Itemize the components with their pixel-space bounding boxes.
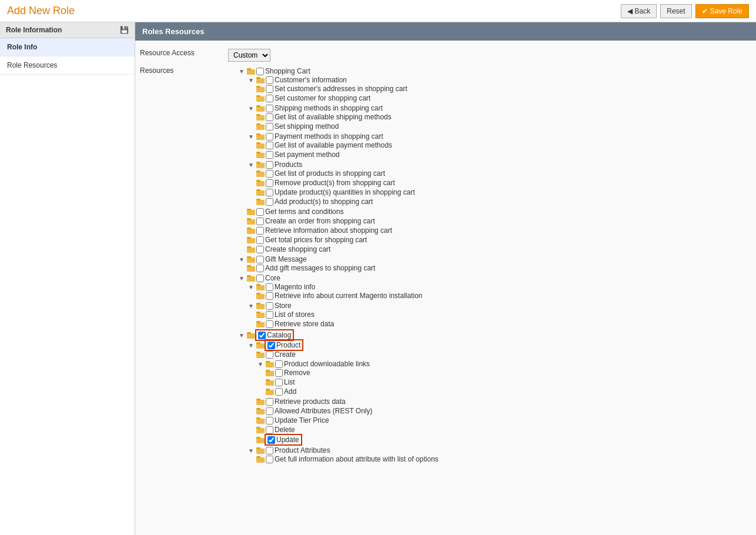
check-update[interactable] bbox=[267, 436, 275, 444]
svg-rect-48 bbox=[256, 294, 265, 299]
check-get-full-info[interactable] bbox=[266, 456, 273, 463]
check-get-products-list[interactable] bbox=[266, 170, 273, 178]
svg-rect-75 bbox=[256, 417, 260, 419]
svg-rect-0 bbox=[247, 69, 255, 75]
sidebar-title: Role Information 💾 bbox=[0, 22, 135, 38]
check-product-downloadable[interactable] bbox=[275, 360, 283, 368]
check-store[interactable] bbox=[266, 302, 273, 310]
check-retrieve-store[interactable] bbox=[266, 320, 273, 328]
check-list-stores[interactable] bbox=[266, 311, 273, 319]
check-products[interactable] bbox=[266, 161, 273, 169]
check-set-addresses[interactable] bbox=[266, 85, 273, 93]
svg-rect-14 bbox=[256, 135, 265, 140]
check-update-quantities[interactable] bbox=[266, 189, 273, 196]
check-set-customer[interactable] bbox=[266, 95, 273, 102]
check-set-shipping[interactable] bbox=[266, 123, 273, 131]
save-button[interactable]: ✔ Save Role bbox=[695, 4, 749, 18]
toggle-product-attributes[interactable]: ▼ bbox=[247, 446, 255, 454]
toggle-store[interactable]: ▼ bbox=[247, 302, 255, 310]
main-content: Roles Resources Resource Access All Cust… bbox=[135, 22, 756, 535]
tree-node-payment-methods: ▼ Payment methods in shopping cart bbox=[247, 132, 751, 160]
svg-rect-18 bbox=[256, 153, 265, 158]
check-gift-message[interactable] bbox=[256, 256, 264, 263]
check-add-gift[interactable] bbox=[256, 265, 264, 272]
check-create-cart[interactable] bbox=[256, 246, 264, 253]
toggle-products[interactable]: ▼ bbox=[247, 160, 255, 169]
toggle-shipping-methods[interactable]: ▼ bbox=[247, 104, 255, 112]
check-payment-methods[interactable] bbox=[266, 133, 273, 141]
svg-rect-43 bbox=[247, 265, 251, 267]
svg-rect-31 bbox=[247, 209, 251, 210]
sidebar-item-role-info[interactable]: Role Info bbox=[0, 38, 135, 56]
toggle-product[interactable]: ▼ bbox=[247, 341, 255, 349]
toggle-gift-message[interactable]: ▼ bbox=[237, 255, 246, 263]
tree-node-add-products: Add product(s) to shopping cart bbox=[256, 197, 751, 206]
check-get-total-prices[interactable] bbox=[256, 236, 264, 244]
check-retrieve-info[interactable] bbox=[256, 227, 264, 235]
svg-rect-82 bbox=[256, 457, 265, 463]
tree-node-catalog: ▼ Catalog bbox=[237, 330, 751, 465]
toggle-catalog[interactable]: ▼ bbox=[237, 331, 246, 339]
check-remove-products[interactable] bbox=[266, 179, 273, 187]
svg-rect-74 bbox=[256, 419, 265, 424]
check-product[interactable] bbox=[267, 342, 275, 349]
sidebar-nav: Role Info Role Resources bbox=[0, 38, 135, 75]
check-customers-info[interactable] bbox=[266, 76, 273, 84]
check-set-payment[interactable] bbox=[266, 151, 273, 159]
folder-payment-methods bbox=[256, 133, 265, 140]
check-remove-dl[interactable] bbox=[275, 369, 283, 377]
check-shopping-cart[interactable] bbox=[256, 68, 264, 75]
check-catalog[interactable] bbox=[258, 332, 266, 339]
check-retrieve-products-data[interactable] bbox=[266, 398, 273, 406]
label-add-gift: Add gift messages to shopping cart bbox=[265, 264, 375, 272]
toggle-magento-info[interactable]: ▼ bbox=[247, 283, 255, 291]
check-magento-info[interactable] bbox=[266, 283, 273, 291]
label-get-total-prices: Get total prices for shopping cart bbox=[265, 236, 367, 244]
svg-rect-79 bbox=[256, 437, 260, 439]
svg-rect-53 bbox=[256, 312, 260, 313]
check-list-dl[interactable] bbox=[275, 379, 283, 386]
label-set-payment: Set payment method bbox=[275, 151, 340, 159]
svg-rect-41 bbox=[247, 256, 251, 258]
check-get-shipping-list[interactable] bbox=[266, 113, 273, 121]
tree-node-add-gift: Add gift messages to shopping cart bbox=[247, 263, 751, 273]
check-create-order[interactable] bbox=[256, 218, 264, 225]
check-add-products[interactable] bbox=[266, 198, 273, 206]
check-delete[interactable] bbox=[266, 426, 273, 434]
toggle-customers-info[interactable]: ▼ bbox=[247, 76, 255, 84]
check-terms-conditions[interactable] bbox=[256, 208, 264, 216]
reset-button[interactable]: Reset bbox=[660, 4, 691, 18]
check-update-tier-price[interactable] bbox=[266, 417, 273, 424]
tree-node-list-stores: List of stores bbox=[256, 310, 751, 319]
svg-rect-2 bbox=[256, 78, 265, 83]
toggle-product-downloadable[interactable]: ▼ bbox=[256, 360, 265, 368]
back-button[interactable]: ◀ Back bbox=[621, 4, 657, 18]
svg-rect-45 bbox=[247, 275, 251, 277]
tree-node-add-dl: Add bbox=[266, 387, 751, 396]
label-create-cart: Create shopping cart bbox=[265, 245, 330, 253]
resource-access-select[interactable]: All Custom bbox=[228, 49, 270, 62]
check-product-attributes[interactable] bbox=[266, 447, 273, 454]
check-core[interactable] bbox=[256, 275, 264, 282]
tree-node-core: ▼ Core ▼ bbox=[237, 273, 751, 330]
svg-rect-76 bbox=[256, 428, 265, 433]
check-shipping-methods[interactable] bbox=[266, 105, 273, 112]
svg-rect-65 bbox=[266, 370, 270, 372]
toggle-core[interactable]: ▼ bbox=[237, 274, 246, 282]
svg-rect-60 bbox=[256, 353, 265, 358]
toggle-payment-methods[interactable]: ▼ bbox=[247, 132, 255, 141]
check-retrieve-magento[interactable] bbox=[266, 292, 273, 300]
page-title: Add New Role bbox=[7, 5, 75, 17]
check-add-dl[interactable] bbox=[275, 388, 283, 396]
toggle-shopping-cart[interactable]: ▼ bbox=[237, 67, 246, 75]
check-get-payment-list[interactable] bbox=[266, 142, 273, 149]
tree-node-retrieve-store: Retrieve store data bbox=[256, 319, 751, 329]
svg-rect-24 bbox=[256, 181, 265, 186]
check-allowed-attributes[interactable] bbox=[266, 407, 273, 415]
label-delete: Delete bbox=[275, 426, 295, 434]
resource-access-label: Resource Access bbox=[135, 46, 223, 64]
sidebar-item-role-resources[interactable]: Role Resources bbox=[0, 56, 135, 75]
svg-rect-17 bbox=[256, 142, 260, 144]
svg-rect-32 bbox=[247, 219, 255, 225]
check-create[interactable] bbox=[266, 351, 273, 359]
